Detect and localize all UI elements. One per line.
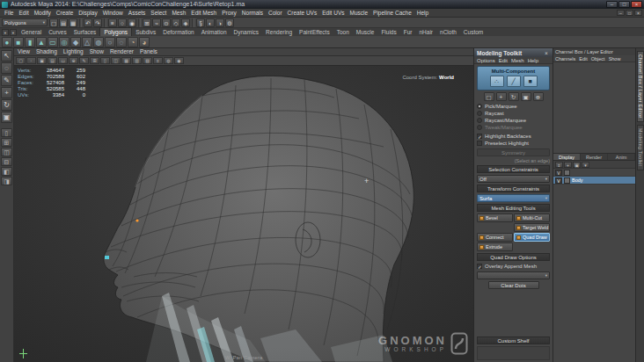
menu-item[interactable]: Mesh: [169, 9, 188, 17]
menu-item[interactable]: Proxy: [219, 9, 239, 17]
section-mesh-editing-tools[interactable]: Mesh Editing Tools: [477, 204, 550, 212]
menu-item[interactable]: Edit Mesh: [188, 9, 219, 17]
scale-mode-icon[interactable]: ▣: [521, 92, 531, 101]
selection-constraint-dropdown[interactable]: Off ▾: [477, 175, 550, 183]
menu-item[interactable]: Pipeline Cache: [370, 9, 414, 17]
shelf-tab[interactable]: Rendering: [262, 28, 296, 36]
rotate-mode-icon[interactable]: ↻: [509, 92, 519, 101]
snap-to-grid-icon[interactable]: ⊞: [143, 18, 151, 27]
paint-select-tool-icon[interactable]: ✎: [1, 75, 12, 86]
image-plane-icon[interactable]: ▭: [58, 57, 68, 64]
select-by-component-icon[interactable]: ◉: [128, 18, 136, 27]
render-icon[interactable]: ◐: [206, 18, 215, 27]
new-layer-from-selected-icon[interactable]: ▣: [573, 162, 581, 168]
menu-item[interactable]: Window: [100, 9, 126, 17]
ipr-render-icon[interactable]: ◑: [216, 18, 224, 27]
sculpt-tool-icon[interactable]: ◔: [128, 37, 138, 47]
menu-item[interactable]: Create UVs: [285, 9, 320, 17]
select-mode-icon[interactable]: ▢: [484, 92, 494, 101]
target-weld-button[interactable]: Target Weld: [514, 223, 550, 232]
open-scene-icon[interactable]: ▤: [59, 18, 68, 27]
viewport-menu-item[interactable]: Shading: [36, 48, 57, 55]
safe-action-icon[interactable]: ▥: [132, 57, 142, 64]
menu-item[interactable]: File: [2, 9, 16, 17]
layer-visibility-toggle[interactable]: V: [555, 170, 562, 176]
new-empty-layer-icon[interactable]: +: [564, 162, 572, 168]
option-checkbox[interactable]: Highlight Backfaces: [477, 133, 550, 140]
selection-mode-radio[interactable]: Raycast/Marquee: [477, 117, 550, 124]
bookmarks-icon[interactable]: ▤: [48, 57, 57, 64]
viewport-menu-item[interactable]: Panels: [140, 48, 157, 55]
redo-icon[interactable]: ↷: [93, 18, 102, 27]
viewport-canvas[interactable]: Verts: 284647 259 Edges: 702588 602 Face…: [14, 66, 473, 362]
section-custom-shelf[interactable]: Custom Shelf: [477, 337, 550, 344]
menu-item[interactable]: Select: [148, 9, 169, 17]
2d-pan-zoom-icon[interactable]: ⊕: [69, 57, 78, 64]
four-pane-layout-icon[interactable]: ⊞: [1, 138, 12, 147]
hypershade-persp-layout-icon[interactable]: ◨: [1, 177, 12, 185]
lock-camera-icon[interactable]: ◦: [26, 57, 36, 64]
poly-soccer-icon[interactable]: ◌: [116, 37, 127, 47]
layer-editor-tab[interactable]: Render: [581, 154, 608, 160]
film-gate-icon[interactable]: ▯: [100, 57, 110, 64]
make-live-icon[interactable]: ◈: [181, 18, 190, 27]
viewport-menu-item[interactable]: Lighting: [63, 48, 84, 55]
section-selection-constraints[interactable]: Selection Constraints: [477, 165, 550, 173]
sidebar-tab[interactable]: Channel Box / Layer Editor: [637, 51, 644, 122]
shelf-tab[interactable]: nHair: [415, 28, 436, 36]
construction-history-icon[interactable]: §: [196, 18, 205, 27]
shelf-tab-switch-icon[interactable]: ▾: [2, 29, 9, 36]
layers-menu-icon[interactable]: ≡: [555, 162, 563, 168]
layer-visibility-toggle[interactable]: V: [555, 177, 562, 184]
shelf-menu-icon[interactable]: ▾: [10, 29, 17, 36]
menu-item[interactable]: Display: [76, 9, 99, 17]
shelf-tab[interactable]: Curves: [45, 28, 70, 36]
viewport-menu-item[interactable]: Renderer: [110, 48, 134, 55]
shelf-tab[interactable]: Deformation: [159, 28, 197, 36]
new-scene-icon[interactable]: ▢: [49, 18, 58, 27]
edge-mode-icon[interactable]: ╱: [507, 76, 521, 87]
selection-mode-radio[interactable]: Pick/Marquee: [477, 103, 550, 110]
quad-draw-option-checkbox[interactable]: Overlay Append Mesh: [477, 263, 550, 270]
quad-draw-button[interactable]: Quad Draw: [514, 233, 550, 242]
doc-restore-button[interactable]: □: [626, 10, 633, 16]
symmetry-button[interactable]: Symmetry: [477, 148, 550, 156]
close-button[interactable]: ×: [631, 1, 642, 8]
select-tool-icon[interactable]: ↖: [1, 50, 12, 62]
single-pane-layout-icon[interactable]: ▯: [1, 128, 12, 137]
mtk-menu-item[interactable]: Help: [528, 58, 538, 63]
selection-mode-radio[interactable]: Raycast: [477, 110, 550, 117]
poly-cone-icon[interactable]: ▲: [36, 37, 47, 47]
clear-dots-button[interactable]: Clear Dots: [488, 281, 539, 289]
layer-color-chip[interactable]: [564, 170, 570, 176]
snap-to-point-icon[interactable]: ⊙: [162, 18, 171, 27]
shelf-tab[interactable]: Dynamics: [231, 28, 263, 36]
select-camera-icon[interactable]: ▢: [16, 57, 26, 64]
undo-icon[interactable]: ↶: [84, 18, 92, 27]
option-checkbox[interactable]: Preselect Highlight: [477, 140, 550, 147]
extrude-button[interactable]: Extrude: [477, 243, 513, 251]
mtk-menu-item[interactable]: Edit: [499, 58, 508, 63]
save-scene-icon[interactable]: ▦: [69, 18, 77, 27]
select-by-object-icon[interactable]: ○: [118, 18, 127, 27]
layer-row[interactable]: V: [553, 169, 635, 177]
shelf-tab[interactable]: Surfaces: [70, 28, 100, 36]
menu-item[interactable]: Edit: [16, 9, 31, 17]
shelf-tab[interactable]: General: [18, 28, 45, 36]
Body[interactable]: V Body: [553, 177, 635, 185]
mtk-menu-item[interactable]: Options: [477, 58, 495, 63]
doc-minimize-button[interactable]: –: [617, 10, 625, 16]
snap-to-curve-icon[interactable]: ≈: [152, 18, 161, 27]
poly-prism-icon[interactable]: ◆: [70, 37, 81, 47]
menu-item[interactable]: Create: [54, 9, 77, 17]
multi-cut-button[interactable]: Multi-Cut: [514, 214, 550, 222]
section-transform-constraints[interactable]: Transform Constraints: [477, 185, 550, 192]
shelf-tab[interactable]: Custom: [460, 28, 487, 36]
shelf-tab[interactable]: Toon: [333, 28, 353, 36]
xray-icon[interactable]: ◍: [164, 57, 173, 64]
poly-sphere-icon[interactable]: ●: [2, 37, 12, 47]
menu-item[interactable]: Help: [414, 9, 431, 17]
doc-close-button[interactable]: ×: [634, 10, 642, 16]
viewport-menu-item[interactable]: View: [18, 48, 30, 55]
poly-torus-icon[interactable]: ◎: [59, 37, 70, 47]
